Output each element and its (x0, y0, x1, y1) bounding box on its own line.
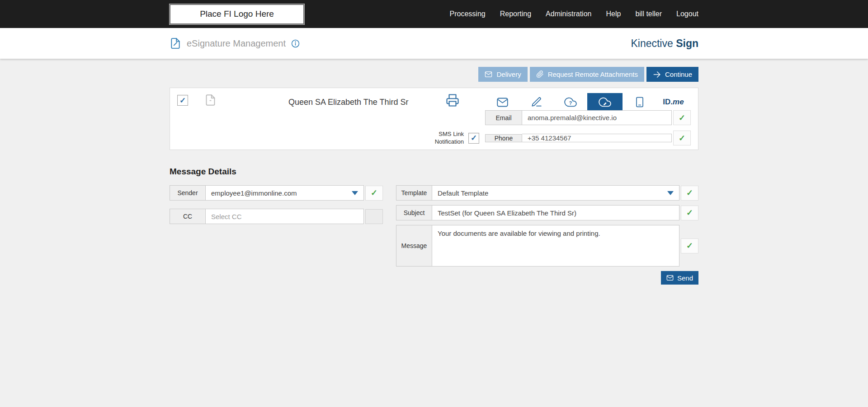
checkmark-icon: ✓ (179, 97, 186, 104)
info-icon[interactable] (291, 39, 300, 48)
template-valid-cell: ✓ (681, 186, 698, 201)
kinective-sign-logo: Kinective Sign (631, 37, 698, 50)
email-valid-cell: ✓ (673, 110, 691, 125)
chevron-down-icon (667, 191, 674, 195)
idme-bold: ID. (663, 98, 673, 107)
delivery-button[interactable]: Delivery (478, 67, 527, 82)
green-check-icon: ✓ (686, 242, 693, 250)
chevron-down-icon (352, 191, 358, 195)
message-details-heading: Message Details (170, 167, 698, 177)
delivery-button-label: Delivery (496, 70, 521, 78)
sender-label: Sender (170, 185, 206, 201)
subject-valid-cell: ✓ (681, 206, 698, 220)
subject-label: Subject (396, 205, 432, 220)
green-check-icon: ✓ (679, 114, 685, 122)
phone-row: SMS Link Notification ✓ Phone ✓ (424, 131, 691, 145)
cloud-question-icon[interactable]: ? (553, 93, 587, 111)
idme-logo[interactable]: ID.me (656, 93, 690, 111)
kiosk-tablet-icon[interactable] (623, 93, 656, 111)
cc-label: CC (170, 209, 206, 224)
action-toolbar: Delivery Request Remote Attachments Cont… (170, 67, 698, 82)
email-delivery-icon[interactable] (486, 93, 519, 111)
message-row: Message Your documents are available for… (396, 225, 698, 267)
document-icon (204, 94, 217, 106)
sender-value: employee1@immonline.com (211, 189, 297, 197)
email-row: Email ✓ (485, 110, 691, 125)
cc-input[interactable] (206, 209, 364, 224)
signature-pen-icon[interactable] (519, 93, 553, 111)
sender-valid-cell: ✓ (365, 186, 383, 201)
sms-link-checkbox[interactable]: ✓ (468, 133, 479, 144)
document-pen-icon (170, 37, 181, 49)
cc-row: CC (170, 209, 383, 224)
svg-text:?: ? (569, 100, 571, 106)
subject-row: Subject ✓ (396, 205, 698, 220)
paperclip-icon (536, 70, 544, 78)
email-input[interactable] (522, 110, 672, 125)
continue-button-label: Continue (665, 70, 692, 78)
recipient-name: Queen SA Elizabeth The Third Sr (288, 98, 409, 107)
request-remote-attachments-label: Request Remote Attachments (548, 70, 638, 78)
cloud-signature-icon-selected[interactable] (587, 93, 623, 111)
fi-logo-text: Place FI Logo Here (200, 9, 274, 19)
phone-input[interactable] (522, 134, 672, 142)
top-nav-bar: Place FI Logo Here Processing Reporting … (0, 0, 868, 28)
recipient-checkbox[interactable]: ✓ (177, 95, 188, 106)
nav-help[interactable]: Help (606, 10, 621, 18)
nav-processing[interactable]: Processing (450, 10, 486, 18)
template-row: Template Default Template ✓ (396, 185, 698, 201)
template-value: Default Template (438, 189, 488, 197)
idme-italic: me (673, 98, 684, 107)
template-label: Template (396, 185, 432, 201)
green-check-icon: ✓ (686, 189, 693, 197)
envelope-icon (485, 70, 492, 78)
cc-empty-cell (365, 209, 383, 224)
checkmark-icon: ✓ (471, 134, 477, 142)
nav-administration[interactable]: Administration (546, 10, 591, 18)
subject-input[interactable] (432, 205, 679, 220)
top-nav-menu: Processing Reporting Administration Help… (450, 10, 698, 18)
send-button-label: Send (677, 274, 693, 282)
green-check-icon: ✓ (679, 134, 685, 142)
phone-label: Phone (485, 134, 522, 142)
recipient-card: ✓ Queen SA Elizabeth The Third Sr (170, 88, 698, 150)
sender-dropdown[interactable]: employee1@immonline.com (206, 185, 364, 201)
green-check-icon: ✓ (686, 209, 693, 217)
phone-valid-cell: ✓ (673, 131, 691, 145)
fi-logo-placeholder: Place FI Logo Here (170, 4, 304, 24)
green-check-icon: ✓ (371, 189, 377, 197)
nav-user-bill-teller[interactable]: bill teller (635, 10, 662, 18)
message-textarea[interactable]: Your documents are available for viewing… (432, 225, 679, 267)
brand-bold: Sign (676, 37, 698, 49)
page-title: eSignature Management (187, 38, 286, 49)
template-dropdown[interactable]: Default Template (432, 185, 679, 201)
arrow-right-icon (653, 70, 661, 79)
printer-icon[interactable] (446, 94, 459, 107)
main-content: Delivery Request Remote Attachments Cont… (0, 59, 868, 285)
request-remote-attachments-button[interactable]: Request Remote Attachments (530, 67, 644, 82)
message-details-form: Sender employee1@immonline.com ✓ CC (170, 185, 698, 285)
message-label: Message (396, 225, 432, 267)
continue-button[interactable]: Continue (646, 67, 698, 82)
sender-row: Sender employee1@immonline.com ✓ (170, 185, 383, 201)
nav-logout[interactable]: Logout (676, 10, 698, 18)
send-button[interactable]: Send (661, 271, 698, 285)
email-label: Email (485, 110, 522, 125)
nav-reporting[interactable]: Reporting (500, 10, 531, 18)
message-valid-cell: ✓ (681, 239, 698, 253)
brand-regular: Kinective (631, 37, 673, 49)
sms-link-notification-label: SMS Link Notification (424, 131, 464, 145)
envelope-icon (666, 274, 674, 281)
delivery-method-icons: ? ID.me (486, 93, 690, 111)
page-header: eSignature Management Kinective Sign (0, 28, 868, 59)
